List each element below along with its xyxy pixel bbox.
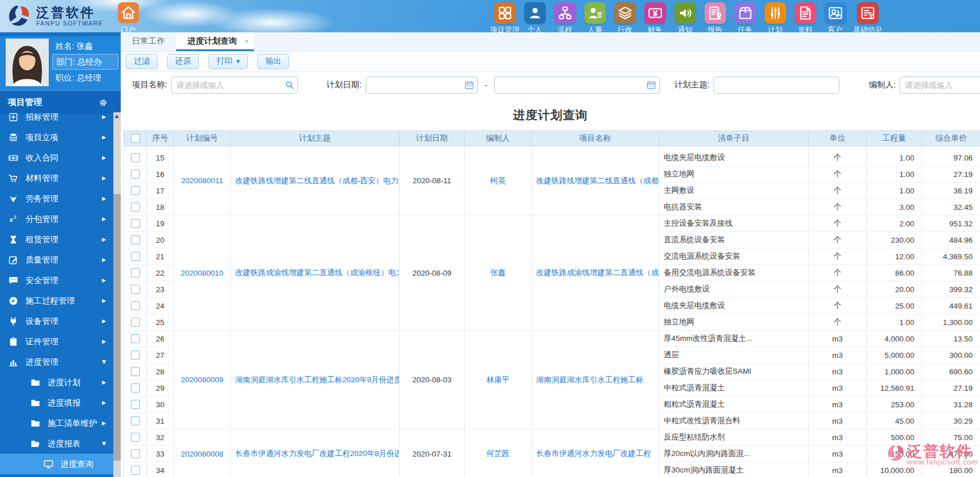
sidebar-item-label: 施工清单维护 bbox=[48, 418, 97, 429]
project-name-link[interactable]: 长春市伊通河水力发电厂改建工程 bbox=[536, 449, 651, 458]
author-input[interactable] bbox=[900, 77, 980, 94]
sidebar-item-fox-劳务管理[interactable]: 劳务管理 ▶ bbox=[0, 188, 113, 209]
row-checkbox[interactable] bbox=[131, 466, 140, 475]
row-checkbox[interactable] bbox=[131, 383, 140, 392]
row-checkbox[interactable] bbox=[131, 400, 140, 409]
calendar-icon[interactable] bbox=[646, 80, 656, 90]
row-checkbox[interactable] bbox=[131, 170, 140, 179]
project-name-link[interactable]: 改建铁路成渝线增建第二直通线（成渝枢纽）电力线 bbox=[536, 268, 659, 277]
sidebar-item-folder-施工清单维护[interactable]: 施工清单维护 ▶ bbox=[0, 413, 113, 433]
sidebar-item-monitor-进度查询[interactable]: 进度查询 bbox=[0, 454, 113, 474]
plan-subject-input[interactable] bbox=[714, 77, 839, 94]
plan-subject-link[interactable]: 改建铁路成渝线增建第二直通线（成渝枢纽）电力线 bbox=[235, 268, 400, 277]
top-nav-item-task[interactable]: 任务 bbox=[730, 2, 760, 35]
top-nav-item-grid[interactable]: 项目管理 bbox=[490, 2, 520, 35]
top-nav-item-doc[interactable]: 资料 bbox=[790, 2, 820, 35]
top-nav-item-layers[interactable]: 行政 bbox=[610, 2, 640, 35]
top-nav-item-report[interactable]: 报告 bbox=[700, 2, 730, 35]
sidebar-item-x2-分包管理[interactable]: x2 分包管理 ▶ bbox=[0, 209, 113, 229]
top-nav-item-person[interactable]: 个人 bbox=[520, 2, 550, 35]
plan-date-end-input[interactable] bbox=[494, 77, 660, 94]
toolbar: 过滤还原打印▼输出 bbox=[121, 52, 980, 71]
cart-icon bbox=[8, 173, 19, 184]
row-checkbox[interactable] bbox=[131, 301, 140, 310]
row-checkbox[interactable] bbox=[131, 153, 140, 162]
plan-no-link[interactable]: 2020080010 bbox=[181, 269, 223, 277]
row-checkbox[interactable] bbox=[131, 186, 140, 195]
scrollbar-up-arrow-icon[interactable] bbox=[114, 115, 119, 118]
sidebar-item-plug-设备管理[interactable]: 设备管理 ▶ bbox=[0, 311, 113, 331]
row-checkbox[interactable] bbox=[131, 318, 140, 327]
row-checkbox[interactable] bbox=[131, 351, 140, 360]
sidebar-item-cart-材料管理[interactable]: 材料管理 ▶ bbox=[0, 168, 113, 188]
还原-button[interactable]: 还原 bbox=[167, 54, 199, 69]
gear-icon[interactable] bbox=[98, 98, 108, 108]
sidebar-item-edit-质量管理[interactable]: 质量管理 ▶ bbox=[0, 250, 113, 270]
top-nav-item-customer[interactable]: 客户 bbox=[820, 2, 850, 35]
project-name-link[interactable]: 改建铁路线增建第二线直通线（成都-西安）电力线 bbox=[536, 176, 659, 185]
row-checkbox[interactable] bbox=[131, 433, 140, 442]
row-checkbox[interactable] bbox=[131, 235, 140, 244]
输出-button[interactable]: 输出 bbox=[257, 54, 289, 69]
sidebar-item-money-收入合同[interactable]: 收入合同 ▶ bbox=[0, 147, 113, 168]
sidebar-item-folder-进度计划[interactable]: 进度计划 ▶ bbox=[0, 372, 113, 392]
plan-subject-link[interactable]: 长春市伊通河水力发电厂改建工程2020年8月份进度 bbox=[235, 449, 400, 458]
scrollbar-thumb[interactable] bbox=[113, 194, 121, 461]
row-checkbox[interactable] bbox=[131, 219, 140, 228]
search-icon[interactable] bbox=[285, 80, 295, 90]
row-checkbox[interactable] bbox=[131, 202, 140, 212]
top-nav-item-flow[interactable]: 流程 bbox=[550, 2, 580, 35]
top-nav-item-finance[interactable]: 财务 bbox=[640, 2, 670, 35]
author-link[interactable]: 林康平 bbox=[486, 375, 510, 384]
row-checkbox[interactable] bbox=[131, 252, 140, 261]
sidebar-item-hourglass-租赁管理[interactable]: 租赁管理 ▶ bbox=[0, 229, 113, 250]
top-nav-item-speaker[interactable]: 通知 bbox=[670, 2, 700, 35]
sidebar-scrollbar[interactable] bbox=[113, 112, 121, 477]
row-checkbox[interactable] bbox=[131, 268, 140, 277]
row-checkbox[interactable] bbox=[131, 285, 140, 294]
plan-no-link[interactable]: 2020080011 bbox=[181, 176, 223, 185]
打印-button[interactable]: 打印▼ bbox=[209, 54, 248, 69]
brand-subtitle: FANPU SOFTWARE bbox=[36, 20, 103, 27]
sidebar-item-compass-施工过程管理[interactable]: 施工过程管理 ▶ bbox=[0, 290, 113, 311]
nav-portal[interactable]: 门户 bbox=[115, 2, 141, 35]
project-name-input[interactable] bbox=[171, 77, 298, 94]
author-link[interactable]: 何芷茜 bbox=[486, 449, 510, 458]
sidebar-item-folderOpen-进度报表[interactable]: 进度报表 ▼ bbox=[0, 433, 113, 454]
sidebar-item-folder-进度填报[interactable]: 进度填报 ▶ bbox=[0, 392, 113, 413]
过滤-button[interactable]: 过滤 bbox=[126, 54, 158, 69]
row-checkbox[interactable] bbox=[131, 367, 140, 376]
top-nav-item-sliders[interactable]: 计划 bbox=[760, 2, 790, 35]
flow-icon bbox=[554, 2, 576, 24]
top-nav-item-info[interactable]: 基础信息 bbox=[850, 2, 885, 35]
calendar-icon[interactable] bbox=[464, 80, 474, 90]
sidebar-item-chat-安全管理[interactable]: 安全管理 ▶ bbox=[0, 270, 113, 290]
quantity-cell: 2.00 bbox=[867, 216, 922, 232]
plan-date-start-input[interactable] bbox=[366, 77, 478, 94]
plan-subject-link[interactable]: 湖南洞庭湖水库引水工程施工标2020年9月份进度 bbox=[235, 375, 400, 384]
close-icon[interactable]: × bbox=[244, 33, 249, 50]
sidebar-item-chart-进度管理[interactable]: 进度管理 ▼ bbox=[0, 352, 113, 372]
plan-no-link[interactable]: 2020080008 bbox=[181, 450, 223, 458]
tab-日常工作[interactable]: 日常工作 bbox=[121, 32, 176, 51]
table-row: 19 2020080010 改建铁路成渝线增建第二直通线（成渝枢纽）电力线 20… bbox=[124, 216, 980, 232]
author-link[interactable]: 柯英 bbox=[490, 176, 506, 185]
row-checkbox[interactable] bbox=[131, 416, 140, 425]
folderOpen-icon bbox=[30, 438, 41, 449]
chevron-right-icon: ▶ bbox=[102, 420, 106, 426]
row-checkbox[interactable] bbox=[131, 334, 140, 343]
sidebar-item-bid-招标管理[interactable]: 招标管理 ▶ bbox=[0, 112, 113, 127]
sidebar-item-label: 进度报表 bbox=[48, 438, 80, 449]
select-all-checkbox[interactable] bbox=[131, 134, 140, 143]
column-header-序号: 序号 bbox=[147, 131, 174, 146]
author-link[interactable]: 张鑫 bbox=[490, 268, 506, 277]
tab-进度计划查询[interactable]: 进度计划查询× bbox=[176, 32, 254, 51]
quantity-cell: 4,000.00 bbox=[867, 331, 922, 347]
plan-subject-link[interactable]: 改建铁路线增建第二线直通线（成都-西安）电力线 bbox=[235, 176, 400, 185]
row-checkbox[interactable] bbox=[131, 449, 140, 458]
sidebar-item-stack-项目立项[interactable]: 项目立项 ▶ bbox=[0, 127, 113, 147]
top-nav-item-hr[interactable]: 人事 bbox=[580, 2, 610, 35]
project-name-link[interactable]: 湖南洞庭湖水库引水工程施工标 bbox=[536, 375, 643, 384]
sidebar-item-badge-证件管理[interactable]: 证件管理 ▶ bbox=[0, 331, 113, 352]
plan-no-link[interactable]: 2020080009 bbox=[181, 375, 223, 384]
